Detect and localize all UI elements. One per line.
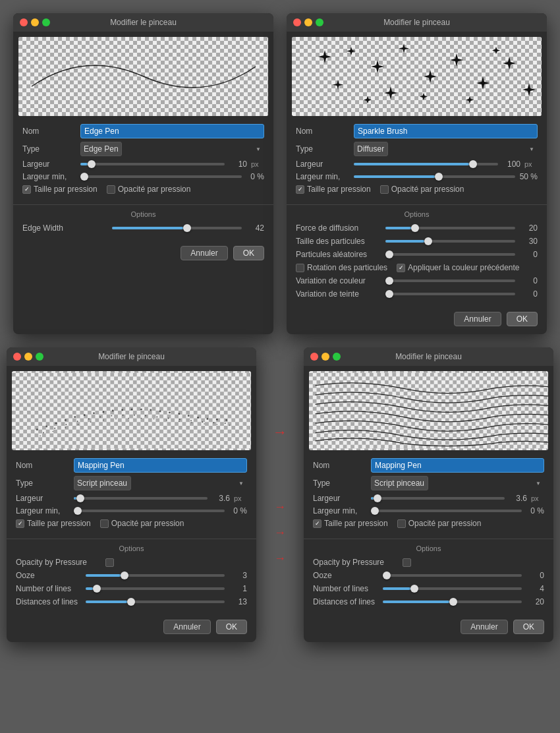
minimize-button-4[interactable] xyxy=(322,353,329,361)
cancel-button-2[interactable]: Annuler xyxy=(454,312,501,326)
taille-label-3: Taille par pression xyxy=(27,519,91,528)
svg-point-50 xyxy=(202,421,203,423)
variation-teinte-slider[interactable] xyxy=(385,293,515,295)
svg-point-62 xyxy=(154,419,155,420)
distlines-row-left: Distances of lines 13 xyxy=(16,597,247,606)
variation-couleur-row: Variation de couleur 0 xyxy=(296,276,538,285)
maximize-button-3[interactable] xyxy=(36,353,43,361)
type-select-3[interactable]: Script pinceau xyxy=(74,476,131,490)
name-input-4[interactable] xyxy=(371,458,544,473)
numlines-value-left: 1 xyxy=(229,584,247,593)
opacity-pressure-checkbox-4[interactable] xyxy=(403,558,411,567)
svg-point-46 xyxy=(156,417,157,418)
cancel-button[interactable]: Annuler xyxy=(181,246,227,260)
width-slider[interactable] xyxy=(80,163,225,165)
name-input-2[interactable] xyxy=(354,124,538,138)
maximize-button-4[interactable] xyxy=(333,353,341,361)
type-select-4[interactable]: Script pinceau xyxy=(371,476,428,490)
name-input-3[interactable] xyxy=(74,458,247,473)
options-section-4: Options Opacity by Pressure Ooze 0 Numbe… xyxy=(304,542,553,616)
maximize-button-2[interactable] xyxy=(316,18,323,26)
svg-point-25 xyxy=(131,409,133,411)
distlines-arrow: → xyxy=(274,552,286,566)
minimize-button[interactable] xyxy=(31,18,39,26)
maximize-button[interactable] xyxy=(42,18,50,26)
minimize-button-3[interactable] xyxy=(24,353,32,361)
rotation-checkbox[interactable] xyxy=(296,264,304,272)
distlines-slider-right[interactable] xyxy=(383,601,522,603)
distlines-slider-left[interactable] xyxy=(86,601,225,603)
ok-button-4[interactable]: OK xyxy=(513,620,544,634)
opacite-label-3: Opacité par pression xyxy=(111,519,184,528)
taille-checkbox-item-3: ✓ Taille par pression xyxy=(16,519,91,528)
taille-checkbox[interactable]: ✓ xyxy=(22,185,31,194)
min-width-slider-3[interactable] xyxy=(74,510,225,512)
type-row-4: Type Script pinceau xyxy=(313,476,544,490)
min-width-slider-2[interactable] xyxy=(354,175,515,178)
taille-checkbox-2[interactable]: ✓ xyxy=(296,185,304,194)
svg-point-49 xyxy=(190,420,192,421)
min-width-slider-4[interactable] xyxy=(371,510,522,512)
opacite-checkbox-3[interactable] xyxy=(100,519,109,528)
variation-teinte-value: 0 xyxy=(519,289,538,299)
type-select[interactable]: Edge Pen xyxy=(80,142,122,156)
svg-point-32 xyxy=(197,417,199,419)
type-select-2[interactable]: Diffuser xyxy=(354,142,388,156)
opacity-pressure-label-3: Opacity by Pressure xyxy=(16,558,101,567)
ooze-row-right: Ooze 0 xyxy=(313,571,544,580)
distlines-label-left: Distances of lines xyxy=(16,597,82,606)
min-width-label-3: Largeur min, xyxy=(16,506,70,515)
opacite-checkbox-2[interactable] xyxy=(380,185,389,194)
name-label: Nom xyxy=(22,127,76,136)
appliquer-checkbox[interactable]: ✓ xyxy=(397,264,405,272)
width-label: Largeur xyxy=(22,160,76,169)
opacite-checkbox[interactable] xyxy=(107,185,115,194)
name-label-2: Nom xyxy=(296,127,350,136)
cancel-button-4[interactable]: Annuler xyxy=(461,620,507,634)
cancel-button-3[interactable]: Annuler xyxy=(163,620,210,634)
width-slider-3[interactable] xyxy=(74,497,208,500)
taille-checkbox-item-4: ✓ Taille par pression xyxy=(313,519,388,528)
close-button[interactable] xyxy=(20,18,28,26)
close-button-4[interactable] xyxy=(310,353,318,361)
svg-point-31 xyxy=(188,415,190,417)
ooze-slider-right[interactable] xyxy=(383,574,522,577)
width-label-4: Largeur xyxy=(313,494,367,503)
preview-area xyxy=(18,37,268,116)
min-width-label-4: Largeur min, xyxy=(313,506,367,515)
taille-particules-slider[interactable] xyxy=(385,240,515,243)
width-value-3: 3.6 xyxy=(211,494,230,503)
preview-area-2 xyxy=(292,37,542,116)
min-width-slider[interactable] xyxy=(80,175,242,178)
width-slider-4[interactable] xyxy=(371,497,505,500)
edge-width-value: 42 xyxy=(246,223,264,233)
close-button-2[interactable] xyxy=(293,18,301,26)
force-diffusion-slider[interactable] xyxy=(385,227,515,229)
svg-point-39 xyxy=(77,421,78,422)
opacite-checkbox-4[interactable] xyxy=(397,519,406,528)
numlines-slider-right[interactable] xyxy=(383,587,522,590)
taille-checkbox-4[interactable]: ✓ xyxy=(313,519,322,528)
svg-point-36 xyxy=(43,432,44,434)
taille-checkbox-3[interactable]: ✓ xyxy=(16,519,24,528)
numlines-slider-left[interactable] xyxy=(86,587,225,590)
type-row-2: Type Diffuser xyxy=(296,142,538,156)
opacite-label-4: Opacité par pression xyxy=(408,519,482,528)
ok-button[interactable]: OK xyxy=(233,246,264,260)
variation-couleur-slider[interactable] xyxy=(385,279,515,282)
name-input[interactable] xyxy=(80,124,264,138)
particules-aleatoires-slider[interactable] xyxy=(385,253,515,256)
ok-button-2[interactable]: OK xyxy=(507,312,538,326)
edge-width-slider[interactable] xyxy=(112,227,242,229)
width-slider-2[interactable] xyxy=(354,163,498,165)
mapping-right-preview xyxy=(309,371,548,450)
close-button-3[interactable] xyxy=(13,353,21,361)
ok-button-3[interactable]: OK xyxy=(216,620,247,634)
name-label-3: Nom xyxy=(16,461,70,470)
opacite-checkbox-item-3: Opacité par pression xyxy=(100,519,184,528)
dialog-title-4: Modifier le pinceau xyxy=(395,352,462,361)
force-diffusion-value: 20 xyxy=(519,223,538,233)
ooze-slider-left[interactable] xyxy=(86,574,225,577)
minimize-button-2[interactable] xyxy=(304,18,312,26)
opacity-pressure-checkbox-3[interactable] xyxy=(105,558,114,567)
